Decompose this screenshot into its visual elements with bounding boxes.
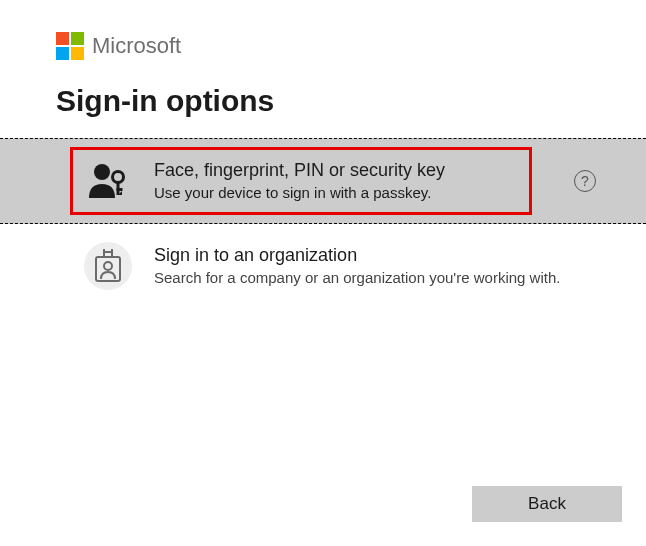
help-icon[interactable]: ? [574,170,596,192]
badge-icon [84,242,132,290]
option-description: Use your device to sign in with a passke… [154,183,554,203]
passkey-icon [84,157,132,205]
svg-point-7 [104,262,112,270]
svg-point-0 [94,164,110,180]
back-button[interactable]: Back [472,486,622,522]
option-passkey[interactable]: Face, fingerprint, PIN or security key U… [0,138,646,224]
brand-header: Microsoft [56,32,590,60]
svg-rect-3 [117,188,123,191]
svg-point-1 [113,172,124,183]
brand-name: Microsoft [92,33,181,59]
sign-in-options-list: Face, fingerprint, PIN or security key U… [0,138,646,308]
microsoft-logo-icon [56,32,84,60]
option-description: Search for a company or an organization … [154,268,590,288]
option-title: Face, fingerprint, PIN or security key [154,160,554,181]
option-title: Sign in to an organization [154,245,590,266]
page-title: Sign-in options [56,84,590,118]
option-organization[interactable]: Sign in to an organization Search for a … [0,224,646,308]
